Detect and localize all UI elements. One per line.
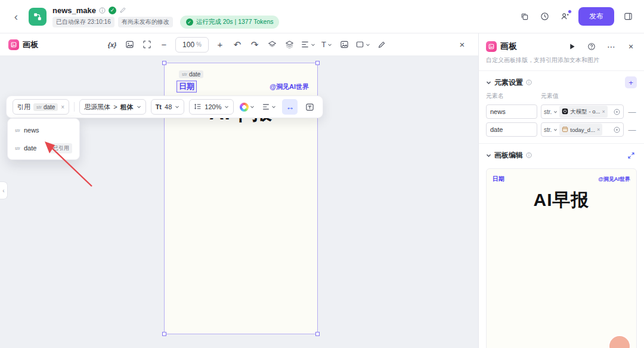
canvas-tools: {x} − 100% + ↶ ↷ T (105, 37, 389, 53)
canvas-area[interactable]: strdate 日期 @洞见AI世界 AI早报 引用 strdate × 思源黑… (0, 56, 478, 348)
zoom-level-input[interactable]: 100% (175, 37, 209, 53)
run-node-button[interactable] (566, 41, 578, 53)
run-status-pill[interactable]: ✓ 运行完成 20s | 1377 Tokens (180, 16, 280, 29)
board-settings-panel: 画板 ⋯ × 自定义画板排版，支持引用添加文本和图片 元素设置 + 元素名 元素… (478, 33, 644, 348)
zoom-out-button[interactable]: − (157, 38, 171, 52)
draw-tool[interactable] (374, 38, 389, 52)
chevron-down-icon (224, 104, 229, 109)
text-tool[interactable]: T (320, 38, 334, 52)
chevron-down-icon (311, 42, 315, 47)
chevron-down-icon (486, 153, 491, 158)
help-button[interactable] (586, 41, 597, 53)
arrange-layer-tool[interactable] (265, 38, 279, 52)
clear-reference-icon[interactable]: × (61, 104, 64, 110)
close-panel-button[interactable]: × (625, 41, 637, 53)
line-height-value: 120% (205, 103, 221, 110)
expand-board-button[interactable] (625, 149, 637, 161)
align-tool[interactable] (299, 38, 317, 52)
selection-handle[interactable] (162, 61, 166, 65)
reference-tag: strdate (33, 103, 58, 111)
selection-handle[interactable] (162, 332, 166, 336)
reference-control[interactable]: 引用 strdate × (13, 99, 69, 115)
collaborate-button[interactable] (557, 9, 572, 24)
publish-button[interactable]: 发布 (578, 7, 614, 26)
info-icon (526, 79, 532, 85)
info-icon[interactable] (99, 7, 106, 14)
edit-title-icon[interactable] (119, 7, 126, 14)
value-column-label: 元素值 (541, 92, 559, 100)
board-edit-header[interactable]: 画板编辑 (479, 144, 644, 165)
line-height-select[interactable]: 120% (189, 99, 234, 115)
handle-text-element[interactable]: @洞见AI世界 (270, 82, 309, 91)
variable-type-label: str (15, 128, 20, 133)
panel-title: 画板 (500, 41, 517, 52)
zoom-in-button[interactable]: + (213, 38, 227, 52)
font-size-icon: Tt (156, 103, 162, 110)
redo-button[interactable]: ↷ (247, 38, 262, 52)
text-frame-tool[interactable] (302, 100, 317, 114)
more-options-button[interactable]: ⋯ (605, 41, 617, 53)
auto-width-toggle[interactable]: ↔ (282, 99, 298, 115)
reference-dropdown: str news str date 已引用 (7, 118, 80, 160)
font-size-select[interactable]: Tt 48 (151, 99, 185, 115)
date-text-element[interactable]: 日期 (177, 81, 197, 93)
chevron-down-icon (137, 104, 141, 109)
zoom-unit: % (196, 41, 202, 48)
element-name-input[interactable] (486, 122, 537, 137)
reference-target-icon[interactable] (613, 108, 621, 116)
close-canvas-button[interactable]: × (454, 37, 470, 53)
run-status-text: 运行完成 20s | 1377 Tokens (196, 18, 274, 26)
back-chevron-icon: ‹ (14, 10, 18, 23)
canvas-panel-title: 画板 (23, 39, 38, 50)
app-root: ‹ news_make ✓ 已自动保存 23:10:16 有尚未发布的修改 ✓ … (0, 0, 644, 348)
text-align-select[interactable] (261, 100, 277, 114)
add-element-button[interactable]: + (625, 76, 637, 88)
variable-name-label: news (24, 127, 39, 134)
element-name-input[interactable] (486, 104, 537, 119)
variable-tool[interactable]: {x} (105, 38, 119, 52)
reference-target-icon[interactable] (613, 126, 621, 134)
selection-handle[interactable] (315, 332, 320, 336)
element-value-cell[interactable]: str. today_d... × (541, 122, 624, 137)
clear-value-icon[interactable]: × (597, 127, 600, 133)
duplicate-button[interactable] (516, 9, 532, 24)
remove-element-button[interactable]: — (627, 107, 637, 116)
remove-element-button[interactable]: — (627, 125, 637, 134)
export-image-tool[interactable] (122, 38, 137, 52)
section-title: 元素设置 (494, 78, 523, 88)
selection-handle[interactable] (315, 61, 320, 65)
value-text: 大模型 - o... (570, 108, 600, 116)
element-row-news: str. 大模型 - o... × — (479, 103, 644, 121)
workflow-title: news_make (52, 6, 96, 15)
collapse-sidebar-tab[interactable]: ‹ (0, 181, 8, 199)
canvas-toolbar: 画板 {x} − 100% + ↶ ↷ T × (0, 33, 478, 56)
saved-check-icon: ✓ (109, 7, 116, 14)
layers-tool[interactable] (282, 38, 296, 52)
board-preview[interactable]: 日期 @洞见AI世界 AI早报 (486, 168, 637, 348)
dropdown-item-date[interactable]: str date 已引用 (10, 139, 77, 157)
image-tool[interactable] (337, 38, 351, 52)
chevron-down-icon (250, 104, 255, 109)
shape-tool[interactable] (354, 38, 371, 52)
chevron-down-icon (327, 42, 332, 47)
text-color-picker[interactable] (239, 100, 256, 114)
chevron-down-icon (486, 80, 491, 85)
back-button[interactable]: ‹ (8, 9, 24, 24)
font-family-select[interactable]: 思源黑体 > 粗体 (79, 99, 145, 115)
board-icon (486, 41, 497, 52)
variable-type-label: str (182, 72, 187, 77)
panel-header: 画板 ⋯ × (479, 33, 644, 56)
preview-date-text: 日期 (493, 175, 504, 183)
reference-type-label: str (36, 104, 42, 110)
clear-value-icon[interactable]: × (602, 109, 605, 115)
element-settings-header[interactable]: 元素设置 + (479, 71, 644, 92)
workflow-title-block: news_make ✓ 已自动保存 23:10:16 有尚未发布的修改 (52, 6, 173, 27)
reference-name-label: date (44, 104, 55, 110)
dropdown-item-news[interactable]: str news (10, 121, 77, 139)
panel-toggle-button[interactable] (620, 9, 636, 24)
history-button[interactable] (537, 9, 552, 24)
element-value-cell[interactable]: str. 大模型 - o... × (541, 104, 624, 119)
frame-select-tool[interactable] (140, 38, 154, 52)
variable-name-label: date (24, 144, 36, 152)
undo-button[interactable]: ↶ (230, 38, 244, 52)
